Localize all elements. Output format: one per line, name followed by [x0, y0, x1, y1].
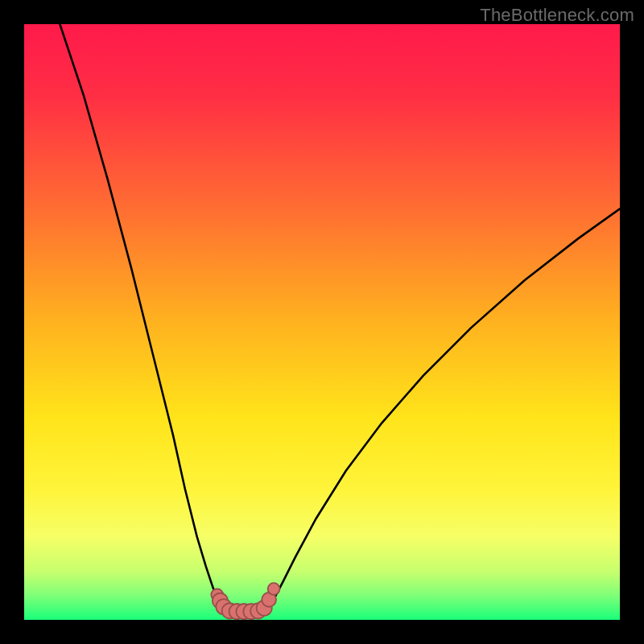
trough-marker — [268, 583, 280, 595]
trough-markers — [211, 583, 279, 619]
plot-area — [24, 24, 620, 620]
watermark-text: TheBottleneck.com — [480, 5, 634, 26]
curve-layer — [24, 24, 620, 620]
right-curve — [266, 208, 620, 610]
left-curve — [60, 24, 225, 610]
outer-frame: TheBottleneck.com — [0, 0, 644, 644]
